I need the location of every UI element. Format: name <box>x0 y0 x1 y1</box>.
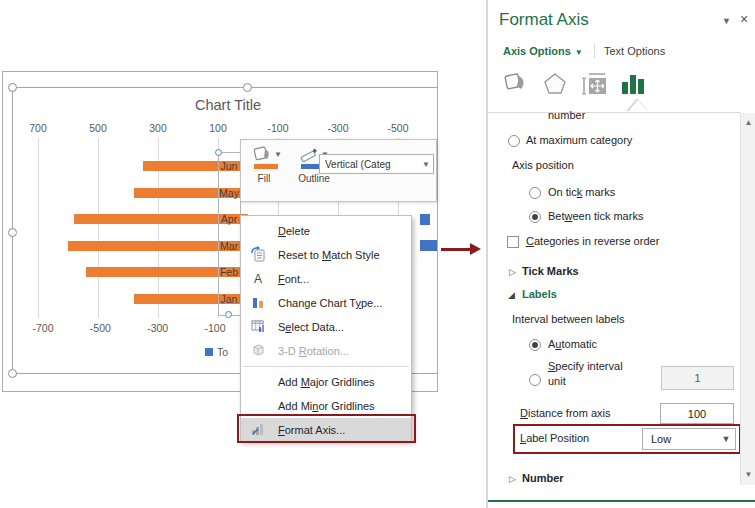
bottom-axis-tick-label: -500 <box>90 322 111 334</box>
red-arrow-head-icon <box>470 243 481 255</box>
change-chart-type-icon <box>246 294 270 312</box>
secondary-bar-apr[interactable] <box>420 214 430 225</box>
radio-at-maximum-category[interactable] <box>508 135 520 147</box>
menu-item-3d-rotation: 3-D Rotation... <box>241 339 411 363</box>
menu-item-font[interactable]: A Font... <box>241 267 411 291</box>
close-icon[interactable]: × <box>740 11 748 27</box>
chart-element-dropdown[interactable]: Vertical (Categ ▼ <box>319 154 434 174</box>
format-axis-pane: Format Axis ▼ × Axis Options▼ Text Optio… <box>486 0 755 508</box>
selected-tab-notch-fill <box>628 100 648 112</box>
clipped-option-text: number <box>548 109 585 121</box>
fill-line-icon[interactable] <box>500 70 530 98</box>
section-labels[interactable]: Labels <box>522 288 557 300</box>
section-tick-marks[interactable]: Tick Marks <box>522 265 579 277</box>
format-axis-annotation-box <box>237 414 416 443</box>
pane-title: Format Axis <box>499 10 589 30</box>
menu-item-change-chart-type[interactable]: Change Chart Type... <box>241 291 411 315</box>
radio-specify-interval[interactable] <box>529 374 541 386</box>
axis-selection-handle-bottom[interactable] <box>225 311 232 318</box>
label-label-position: Label Position <box>520 432 589 444</box>
bottom-axis-tick-label: -100 <box>204 322 225 334</box>
red-arrow <box>441 248 472 251</box>
chevron-down-icon: ▼ <box>575 48 583 57</box>
top-axis-tick-label: 700 <box>29 122 47 134</box>
radio-between-tick-marks[interactable] <box>529 211 541 223</box>
bottom-axis-tick-label: -300 <box>147 322 168 334</box>
chart-resize-handle-top[interactable] <box>243 83 252 92</box>
menu-item-delete[interactable]: Delete <box>241 219 411 243</box>
top-axis-tick-label: 100 <box>209 122 227 134</box>
axis-selection-handle-top[interactable] <box>215 149 222 156</box>
label-specify-interval: Specify interval <box>548 360 623 372</box>
outline-label: Outline <box>291 173 337 184</box>
fill-label: Fill <box>247 173 281 184</box>
tab-divider <box>594 44 595 58</box>
secondary-bar-mar[interactable] <box>420 240 438 251</box>
section-number[interactable]: Number <box>522 472 564 484</box>
chart-selection-border-top <box>12 87 437 88</box>
chevron-down-icon[interactable]: ▼ <box>717 434 735 444</box>
legend[interactable]: To <box>205 346 228 358</box>
pane-options-caret-icon[interactable]: ▼ <box>722 16 731 26</box>
distance-from-axis-input[interactable]: 100 <box>660 403 734 424</box>
mini-toolbar: ▼ Fill ▼ Outline Vertical (Categ ▼ <box>240 139 437 202</box>
collapse-arrow-icon[interactable]: ▷ <box>509 474 516 484</box>
label-axis-position: Axis position <box>512 159 574 171</box>
chart-element-dropdown-value: Vertical (Categ <box>320 159 419 170</box>
effects-icon[interactable] <box>540 70 570 98</box>
bottom-axis-tick-label: -700 <box>32 322 53 334</box>
radio-on-tick-marks[interactable] <box>529 187 541 199</box>
label-at-maximum-category: At maximum category <box>526 134 632 146</box>
pane-bottom-accent <box>488 500 755 502</box>
size-properties-icon[interactable] <box>580 70 610 98</box>
top-axis-tick-label: -500 <box>387 122 408 134</box>
category-axis-selection-box <box>218 152 241 316</box>
menu-item-reset-to-match-style[interactable]: Reset to Match Style <box>241 243 411 267</box>
label-specify-unit: unit <box>548 375 566 387</box>
fill-dropdown-caret[interactable]: ▼ <box>274 150 282 159</box>
axis-options-icon[interactable] <box>617 70 647 98</box>
collapse-arrow-icon[interactable]: ▷ <box>509 267 516 277</box>
label-interval-between: Interval between labels <box>512 313 625 325</box>
reset-style-icon <box>246 246 270 264</box>
pane-divider <box>488 112 740 113</box>
font-icon: A <box>246 272 270 286</box>
scroll-down-icon[interactable]: ▼ <box>741 465 755 485</box>
chevron-down-icon[interactable]: ▼ <box>419 160 433 169</box>
label-categories-reverse: Categories in reverse order <box>526 235 659 247</box>
top-axis-tick-label: -300 <box>327 122 348 134</box>
tab-text-options[interactable]: Text Options <box>604 45 665 57</box>
label-between-tick-marks: Between tick marks <box>548 210 643 222</box>
screenshot-stage: Chart Title 700500300100-100-300-500 -70… <box>0 0 755 508</box>
specify-interval-input[interactable]: 1 <box>661 366 734 390</box>
context-menu: Delete Reset to Match Style A Font... <box>240 215 412 441</box>
fill-color-swatch <box>254 164 278 169</box>
top-axis-tick-label: -100 <box>267 122 288 134</box>
radio-automatic[interactable] <box>529 339 541 351</box>
select-data-icon <box>246 318 270 336</box>
chart-resize-handle-top-left[interactable] <box>8 83 17 92</box>
checkbox-categories-reverse[interactable] <box>507 236 519 248</box>
gridline <box>98 138 99 318</box>
label-position-dropdown[interactable]: Low ▼ <box>642 428 736 450</box>
legend-label: To <box>217 346 228 358</box>
scroll-up-icon[interactable]: ▲ <box>741 113 755 133</box>
label-distance-from-axis: Distance from axis <box>520 407 610 419</box>
expand-arrow-icon[interactable]: ◢ <box>508 290 515 300</box>
tab-axis-options[interactable]: Axis Options▼ <box>503 45 583 57</box>
label-position-value: Low <box>643 433 717 445</box>
pane-scrollbar[interactable]: ▲ ▼ <box>740 113 755 485</box>
top-axis-tick-label: 500 <box>89 122 107 134</box>
chart-resize-handle-bottom-left[interactable] <box>8 369 17 378</box>
legend-swatch <box>205 348 213 356</box>
gridline <box>38 138 39 318</box>
chart-title[interactable]: Chart Title <box>113 97 343 113</box>
top-axis-tick-label: 300 <box>149 122 167 134</box>
menu-separator <box>243 366 409 367</box>
chart-resize-handle-left[interactable] <box>8 228 17 237</box>
cube-icon <box>246 342 270 360</box>
label-automatic: Automatic <box>548 338 597 350</box>
label-on-tick-marks: On tick marks <box>548 186 615 198</box>
menu-item-select-data[interactable]: Select Data... <box>241 315 411 339</box>
menu-item-add-major-gridlines[interactable]: Add Major Gridlines <box>241 370 411 394</box>
